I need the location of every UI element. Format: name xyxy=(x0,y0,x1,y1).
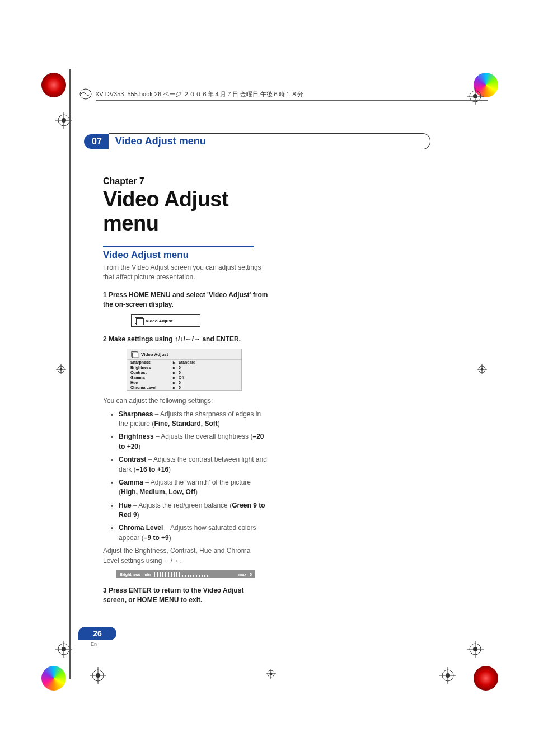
book-meta-line: XV-DV353_555.book 26 ページ ２００６年４月７日 金曜日 午… xyxy=(79,87,303,101)
page-lang: En xyxy=(91,641,116,647)
setting-close: ) xyxy=(137,511,139,519)
list-item: Sharpness – Adjusts the sharpness of edg… xyxy=(119,410,268,429)
list-item: Gamma – Adjusts the 'warmth' of the pict… xyxy=(119,478,268,497)
registration-mark-icon xyxy=(90,667,106,684)
arrow-icons-updownleftright: ↑/↓/←/→ xyxy=(175,335,200,343)
chapter-title: Video Adjust menu xyxy=(115,135,206,147)
setting-name: Chroma Level xyxy=(119,524,163,532)
play-triangle-icon: ▶ xyxy=(173,381,179,384)
osd-value: Standard xyxy=(179,360,238,364)
osd-label: Brightness xyxy=(130,365,173,369)
play-triangle-icon: ▶ xyxy=(173,375,179,379)
video-adjust-label: Video Adjust xyxy=(146,318,172,323)
registration-mark-icon xyxy=(266,669,276,679)
step-2-post: and ENTER. xyxy=(200,335,241,343)
content-column: Chapter 7 Video Adjust menu Video Adjust… xyxy=(103,176,268,605)
setting-close: ) xyxy=(168,466,171,473)
setting-close: ) xyxy=(195,488,198,496)
osd-value: 0 xyxy=(179,381,238,384)
book-icon xyxy=(79,88,92,100)
big-title: Video Adjust menu xyxy=(103,187,268,236)
setting-desc: – Adjusts the overall brightness ( xyxy=(154,433,253,440)
osd-label: Sharpness xyxy=(130,360,173,364)
stacked-window-icon xyxy=(131,351,137,357)
printer-mark-red-br xyxy=(474,666,498,691)
setting-opts: –9 to +9 xyxy=(144,534,169,542)
book-meta-rule xyxy=(96,100,488,101)
setting-close: ) xyxy=(169,534,171,542)
play-triangle-icon: ▶ xyxy=(173,365,179,369)
osd-row: Chroma Level▶0 xyxy=(127,385,241,390)
registration-mark-icon xyxy=(467,641,484,658)
slider-min: min xyxy=(144,572,151,576)
osd-title: Video Adjust xyxy=(141,352,168,357)
printer-mark-rainbow-bl xyxy=(41,666,66,691)
step-3: 3 Press ENTER to return to the Video Adj… xyxy=(103,586,268,605)
osd-value: 0 xyxy=(179,365,238,369)
chapter-label: Chapter 7 xyxy=(103,176,268,186)
section-rule xyxy=(103,246,254,247)
osd-row: Gamma▶Off xyxy=(127,375,241,380)
setting-name: Contrast xyxy=(119,456,146,463)
setting-name: Brightness xyxy=(119,433,154,440)
binder-spine xyxy=(69,69,71,679)
page-number-badge: 26 En xyxy=(78,627,116,644)
stacked-window-icon xyxy=(135,317,143,324)
play-triangle-icon: ▶ xyxy=(173,370,179,374)
slider-max: max xyxy=(238,572,246,576)
section-intro: From the Video Adjust screen you can adj… xyxy=(103,263,268,283)
setting-opts: High, Medium, Low, Off xyxy=(121,488,195,496)
book-meta-text: XV-DV353_555.book 26 ページ ２００６年４月７日 金曜日 午… xyxy=(95,90,303,98)
play-triangle-icon: ▶ xyxy=(173,360,179,364)
page-header: 07 Video Adjust menu xyxy=(84,133,430,149)
chapter-title-pill: Video Adjust menu xyxy=(109,133,430,149)
setting-name: Hue xyxy=(119,501,132,509)
osd-label: Gamma xyxy=(130,375,173,379)
list-item: Contrast – Adjusts the contrast between … xyxy=(119,455,268,475)
osd-value: Off xyxy=(179,375,238,379)
osd-row: Brightness▶0 xyxy=(127,365,241,370)
setting-opts: –16 to +16 xyxy=(136,466,168,473)
step-2: 2 Make settings using ↑/↓/←/→ and ENTER. xyxy=(103,335,268,344)
list-item: Hue – Adjusts the red/green balance (Gre… xyxy=(119,501,268,520)
video-adjust-osd: Video Adjust Sharpness▶Standard Brightne… xyxy=(127,349,242,391)
arrow-icons-leftright: ←/→ xyxy=(164,557,179,565)
osd-title-row: Video Adjust xyxy=(127,349,241,360)
brightness-slider-osd: Brightness min max 0 xyxy=(116,570,255,578)
play-triangle-icon: ▶ xyxy=(173,386,179,389)
slider-label: Brightness xyxy=(120,572,140,576)
list-item: Brightness – Adjusts the overall brightn… xyxy=(119,432,268,452)
step-2-pre: 2 Make settings using xyxy=(103,335,175,343)
osd-label: Hue xyxy=(130,381,173,384)
setting-desc: – Adjusts the red/green balance ( xyxy=(132,501,232,509)
binder-spine-inner xyxy=(76,69,76,679)
osd-label: Contrast xyxy=(130,370,173,374)
osd-row: Contrast▶0 xyxy=(127,370,241,375)
osd-row: Hue▶0 xyxy=(127,380,241,385)
video-adjust-menu-item: Video Adjust xyxy=(131,314,200,327)
setting-name: Sharpness xyxy=(119,410,153,418)
registration-mark-icon xyxy=(467,88,484,105)
osd-value: 0 xyxy=(179,370,238,374)
registration-mark-icon xyxy=(439,667,456,684)
registration-mark-icon xyxy=(56,364,66,374)
section-title: Video Adjust menu xyxy=(103,250,268,261)
setting-close: ) xyxy=(138,443,140,450)
setting-name: Gamma xyxy=(119,478,143,486)
setting-close: ) xyxy=(218,420,220,428)
osd-label: Chroma Level xyxy=(130,386,173,389)
osd-row: Sharpness▶Standard xyxy=(127,360,241,365)
printer-mark-red-tl xyxy=(41,73,66,97)
adjust-line-post: . xyxy=(179,557,181,565)
setting-opts: Fine, Standard, Soft xyxy=(154,420,217,428)
settings-list: Sharpness – Adjusts the sharpness of edg… xyxy=(103,410,268,543)
adjust-line: Adjust the Brightness, Contrast, Hue and… xyxy=(103,546,268,566)
registration-mark-icon xyxy=(477,364,487,374)
chapter-number-badge: 07 xyxy=(84,134,109,149)
slider-value: 0 xyxy=(250,572,252,576)
page-number: 26 xyxy=(93,629,102,638)
list-item: Chroma Level – Adjusts how saturated col… xyxy=(119,523,268,543)
slider-ticks xyxy=(154,571,235,577)
osd-value: 0 xyxy=(179,386,238,389)
settings-intro: You can adjust the following settings: xyxy=(103,396,268,406)
